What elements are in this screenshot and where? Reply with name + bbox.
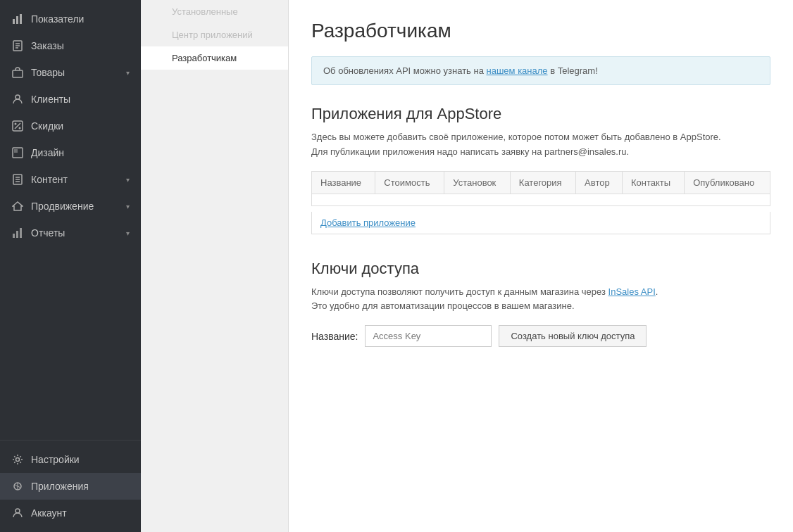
sidebar-label-prilozhenia: Приложения (31, 481, 130, 492)
page-title: Разработчикам (311, 20, 770, 42)
account-icon (11, 507, 24, 519)
chevron-down-icon-2: ▾ (126, 176, 130, 184)
svg-marker-19 (13, 202, 23, 210)
sidebar-label-kontent: Контент (31, 174, 119, 185)
sidebar-top: Показатели Заказы Товары ▾ Клиенты (0, 0, 141, 440)
table-header-category: Категория (510, 171, 575, 194)
sidebar-label-zakazy: Заказы (31, 40, 130, 51)
sidebar-label-akkaunt: Аккаунт (31, 507, 130, 519)
svg-rect-0 (13, 19, 15, 24)
svg-rect-22 (20, 228, 22, 238)
sidebar-item-dizain[interactable]: Дизайн (0, 139, 141, 166)
svg-point-11 (15, 123, 17, 125)
discounts-icon (11, 120, 24, 132)
appstore-desc: Здесь вы можете добавить своё приложение… (311, 130, 770, 160)
info-banner-text: Об обновлениях API можно узнать на (323, 65, 487, 76)
svg-point-8 (15, 95, 20, 99)
settings-icon (11, 453, 24, 466)
sidebar-label-tovary: Товары (31, 67, 119, 78)
svg-rect-21 (16, 231, 18, 238)
app-table: Название Стоимость Установок Категория А… (311, 171, 770, 206)
sidebar-label-otchety: Отчеты (31, 227, 119, 239)
submenu-item-centr[interactable]: Центр приложений (141, 23, 288, 46)
submenu-item-ustanovlennye[interactable]: Установленные (141, 0, 288, 23)
design-icon (11, 146, 24, 159)
add-app-link[interactable]: Добавить приложение (311, 212, 770, 234)
promo-icon (11, 200, 24, 213)
appstore-desc-line1: Здесь вы можете добавить своё приложение… (311, 132, 721, 142)
key-form: Название: Создать новый ключ доступа (311, 325, 770, 347)
products-icon (11, 66, 24, 79)
appstore-section-title: Приложения для AppStore (311, 105, 770, 123)
access-keys-section: Ключи доступа Ключи доступа позволяют по… (311, 260, 770, 348)
svg-point-12 (19, 127, 21, 129)
sidebar-item-prodvizhenie[interactable]: Продвижение ▾ (0, 193, 141, 220)
create-key-button[interactable]: Создать новый ключ доступа (499, 325, 647, 347)
sidebar: Показатели Заказы Товары ▾ Клиенты (0, 0, 141, 532)
sidebar-label-pokazateli: Показатели (31, 13, 130, 25)
table-header-installs: Установок (444, 171, 511, 194)
svg-rect-1 (16, 16, 18, 24)
sidebar-label-klienty: Клиенты (31, 94, 130, 105)
sidebar-item-skidki[interactable]: Скидки (0, 113, 141, 139)
table-header-cost: Стоимость (375, 171, 444, 194)
sidebar-label-nastroiki: Настройки (31, 454, 130, 465)
svg-point-26 (15, 509, 20, 513)
chevron-down-icon-3: ▾ (126, 203, 130, 210)
sidebar-label-skidki: Скидки (31, 120, 130, 132)
sidebar-item-kontent[interactable]: Контент ▾ (0, 166, 141, 193)
orders-icon (11, 39, 24, 52)
sidebar-label-prodvizhenie: Продвижение (31, 201, 119, 212)
main-content: Разработчикам Об обновлениях API можно у… (289, 0, 793, 532)
access-keys-desc: Ключи доступа позволяют получить доступ … (311, 285, 770, 315)
clients-icon (11, 93, 24, 106)
sidebar-item-klienty[interactable]: Клиенты (0, 86, 141, 113)
chart-icon (11, 13, 24, 25)
chevron-down-icon: ▾ (126, 69, 130, 77)
chevron-down-icon-4: ▾ (126, 229, 130, 237)
sidebar-item-otchety[interactable]: Отчеты ▾ (0, 220, 141, 246)
appstore-desc-line2: Для публикации приложения надо написать … (311, 146, 629, 157)
table-header-name: Название (312, 171, 375, 194)
table-header-published: Опубликовано (685, 171, 770, 194)
sidebar-item-pokazateli[interactable]: Показатели (0, 6, 141, 32)
info-banner: Об обновлениях API можно узнать на нашем… (311, 56, 770, 85)
content-icon (11, 173, 24, 186)
svg-point-23 (16, 458, 20, 462)
sidebar-item-prilozhenia[interactable]: Приложения (0, 473, 141, 500)
table-header-author: Автор (576, 171, 623, 194)
reports-icon (11, 227, 24, 239)
submenu-item-razrabotchikam[interactable]: Разработчикам (141, 46, 288, 70)
sidebar-label-dizain: Дизайн (31, 147, 130, 158)
sidebar-item-tovary[interactable]: Товары ▾ (0, 59, 141, 86)
table-empty-row (312, 194, 770, 205)
svg-rect-2 (20, 14, 22, 24)
table-header-contacts: Контакты (622, 171, 684, 194)
key-name-input[interactable] (365, 325, 492, 347)
sub-sidebar: Установленные Центр приложений Разработч… (141, 0, 289, 532)
apps-icon (11, 480, 24, 493)
access-keys-desc-suffix: . (656, 286, 658, 297)
content-area: Установленные Центр приложений Разработч… (141, 0, 793, 532)
sidebar-item-zakazy[interactable]: Заказы (0, 32, 141, 59)
sidebar-item-akkaunt[interactable]: Аккаунт (0, 500, 141, 526)
access-keys-desc-line2: Это удобно для автоматизации процессов в… (311, 300, 575, 311)
sidebar-item-nastroiki[interactable]: Настройки (0, 446, 141, 473)
sidebar-bottom: Настройки Приложения Аккаунт (0, 440, 141, 532)
info-banner-suffix: в Telegram! (548, 65, 598, 76)
svg-rect-20 (13, 234, 15, 238)
access-keys-title: Ключи доступа (311, 260, 770, 278)
svg-rect-7 (13, 70, 23, 77)
key-name-label: Название: (311, 331, 358, 342)
svg-rect-14 (14, 149, 18, 153)
insales-api-link[interactable]: InSales API (608, 286, 656, 297)
telegram-channel-link[interactable]: нашем канале (487, 65, 548, 76)
access-keys-desc-prefix: Ключи доступа позволяют получить доступ … (311, 286, 608, 297)
